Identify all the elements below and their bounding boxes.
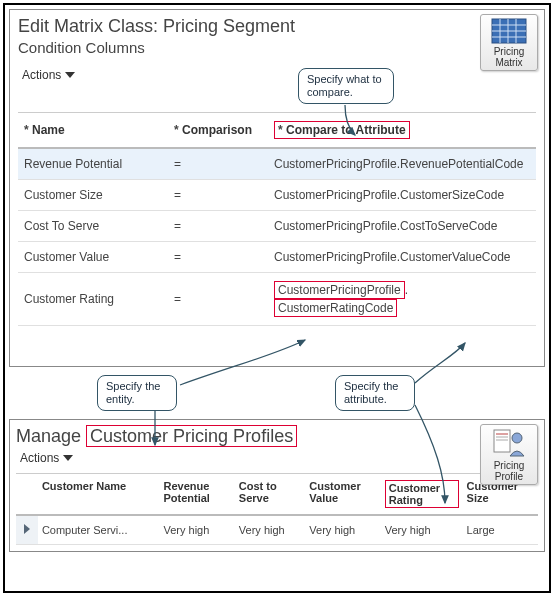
actions-menu-bottom[interactable]: Actions	[20, 451, 73, 465]
cell-customer-name: Computer Servi...	[38, 515, 160, 545]
callout-compare: Specify what to compare.	[298, 68, 394, 104]
table-row[interactable]: Revenue Potential = CustomerPricingProfi…	[18, 148, 536, 180]
cell-name: Customer Rating	[18, 273, 168, 326]
col-comparison: Comparison	[174, 123, 252, 137]
cell-attr: CustomerPricingProfile.CustomerValueCode	[268, 242, 536, 273]
table-row[interactable]: Customer Rating = CustomerPricingProfile…	[18, 273, 536, 326]
pricing-matrix-icon	[491, 18, 527, 44]
actions-label: Actions	[20, 451, 59, 465]
manage-title: Manage Customer Pricing Profiles	[16, 426, 538, 447]
cell-attr: CustomerPricingProfile.RevenuePotentialC…	[268, 148, 536, 180]
cell-comp: =	[168, 148, 268, 180]
cell-size: Large	[463, 515, 538, 545]
cell-revenue: Very high	[159, 515, 234, 545]
attr-entity: CustomerPricingProfile	[274, 281, 405, 299]
pricing-matrix-badge: Pricing Matrix	[480, 14, 538, 71]
cell-name: Customer Size	[18, 180, 168, 211]
pricing-profile-label: Pricing Profile	[494, 460, 525, 482]
cell-value: Very high	[305, 515, 380, 545]
col-handle	[16, 474, 38, 516]
cell-attr: CustomerPricingProfile.CostToServeCode	[268, 211, 536, 242]
actions-menu[interactable]: Actions	[22, 68, 75, 82]
col-name: Name	[24, 123, 65, 137]
table-row[interactable]: Cost To Serve = CustomerPricingProfile.C…	[18, 211, 536, 242]
table-header-row: Customer Name Revenue Potential Cost to …	[16, 474, 538, 516]
col-customer-name: Customer Name	[38, 474, 160, 516]
cell-name: Customer Value	[18, 242, 168, 273]
pricing-profile-icon	[492, 428, 526, 458]
col-revenue-potential: Revenue Potential	[159, 474, 234, 516]
edit-matrix-panel: Pricing Matrix Edit Matrix Class: Pricin…	[9, 9, 545, 367]
manage-profiles-panel: Pricing Profile Manage Customer Pricing …	[9, 419, 545, 552]
attr-field: CustomerRatingCode	[274, 299, 397, 317]
svg-point-11	[512, 433, 522, 443]
col-compare-to: Compare to Attribute	[278, 123, 406, 137]
pricing-profile-badge: Pricing Profile	[480, 424, 538, 485]
profiles-table: Customer Name Revenue Potential Cost to …	[16, 473, 538, 545]
cell-comp: =	[168, 242, 268, 273]
col-cost-to-serve: Cost to Serve	[235, 474, 306, 516]
table-row[interactable]: Customer Size = CustomerPricingProfile.C…	[18, 180, 536, 211]
col-customer-rating: Customer Rating	[381, 474, 463, 516]
actions-label: Actions	[22, 68, 61, 82]
chevron-right-icon	[24, 524, 30, 534]
col-customer-value: Customer Value	[305, 474, 380, 516]
table-row[interactable]: Computer Servi... Very high Very high Ve…	[16, 515, 538, 545]
svg-rect-7	[494, 430, 510, 452]
callout-entity: Specify the entity.	[97, 375, 177, 411]
cell-cost: Very high	[235, 515, 306, 545]
cell-name: Cost To Serve	[18, 211, 168, 242]
manage-title-emph: Customer Pricing Profiles	[86, 425, 297, 447]
cell-rating: Very high	[381, 515, 463, 545]
page-title: Edit Matrix Class: Pricing Segment	[18, 16, 536, 37]
cell-attr-composite: CustomerPricingProfile.CustomerRatingCod…	[268, 273, 536, 326]
chevron-down-icon	[65, 72, 75, 78]
callout-attribute: Specify the attribute.	[335, 375, 415, 411]
chevron-down-icon	[63, 455, 73, 461]
cell-name: Revenue Potential	[18, 148, 168, 180]
condition-columns-table: Name Comparison Compare to Attribute Rev…	[18, 112, 536, 326]
cell-comp: =	[168, 180, 268, 211]
pricing-matrix-label: Pricing Matrix	[494, 46, 525, 68]
table-row[interactable]: Customer Value = CustomerPricingProfile.…	[18, 242, 536, 273]
cell-comp: =	[168, 273, 268, 326]
cell-comp: =	[168, 211, 268, 242]
table-header-row: Name Comparison Compare to Attribute	[18, 113, 536, 149]
row-expand-handle[interactable]	[16, 515, 38, 545]
page-subtitle: Condition Columns	[18, 39, 536, 56]
cell-attr: CustomerPricingProfile.CustomerSizeCode	[268, 180, 536, 211]
